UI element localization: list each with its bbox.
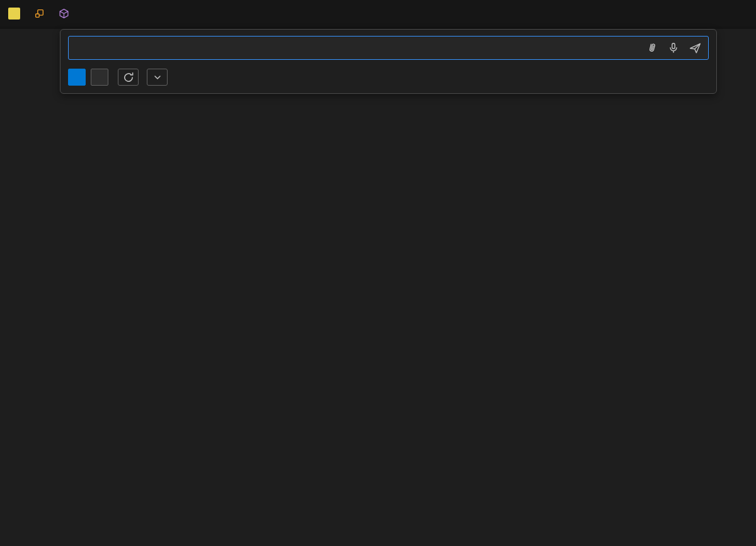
accept-button[interactable] bbox=[68, 69, 86, 86]
breadcrumb-class[interactable] bbox=[34, 8, 49, 19]
chat-toolbar bbox=[68, 69, 709, 86]
rerun-icon[interactable] bbox=[118, 69, 139, 86]
mic-icon[interactable] bbox=[665, 40, 682, 56]
breadcrumb-method[interactable] bbox=[59, 8, 73, 19]
js-file-icon bbox=[8, 8, 20, 20]
attach-icon[interactable] bbox=[644, 40, 660, 56]
copilot-inline-chat bbox=[60, 29, 717, 94]
gutter-spacer bbox=[0, 29, 60, 94]
breadcrumb-file[interactable] bbox=[8, 8, 24, 20]
chat-input[interactable] bbox=[75, 42, 639, 54]
symbol-method-icon bbox=[59, 8, 69, 19]
chat-input-box[interactable] bbox=[68, 36, 709, 60]
discard-button[interactable] bbox=[91, 69, 108, 86]
chevron-down-icon[interactable] bbox=[147, 69, 168, 86]
symbol-class-icon bbox=[34, 8, 45, 19]
editor bbox=[0, 29, 756, 546]
inline-chat-widget-row bbox=[0, 29, 756, 94]
send-icon[interactable] bbox=[687, 40, 703, 56]
breadcrumb bbox=[0, 0, 756, 26]
